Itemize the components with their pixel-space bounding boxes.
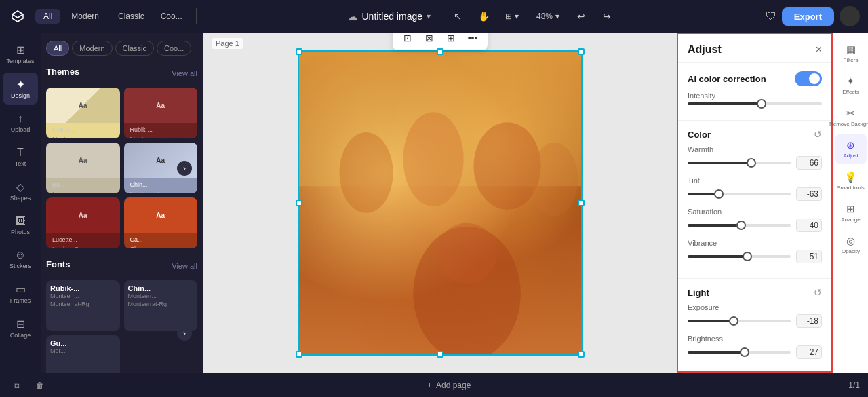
handle-bottom-left[interactable] bbox=[296, 351, 302, 358]
title-chevron-icon[interactable]: ▾ bbox=[427, 12, 431, 21]
mini-sidebar-adjust[interactable]: ⊛ Adjust bbox=[835, 134, 867, 164]
panel-tab-modern[interactable]: Modern bbox=[72, 41, 112, 56]
vibrance-value[interactable]: 51 bbox=[796, 250, 822, 263]
handle-middle-left[interactable] bbox=[296, 200, 302, 206]
mini-sidebar-opacity[interactable]: ◎ Opacity bbox=[835, 229, 867, 260]
sidebar-item-upload[interactable]: ↑ Upload bbox=[3, 107, 38, 138]
panel-tab-classic[interactable]: Classic bbox=[115, 41, 154, 56]
fonts-view-all[interactable]: View all bbox=[172, 262, 197, 270]
theme-card-3[interactable]: Aa Bo... Ne... bbox=[46, 143, 120, 193]
mini-sidebar-filters[interactable]: ▦ Filters bbox=[835, 38, 867, 69]
saturation-thumb[interactable] bbox=[736, 221, 746, 230]
color-section-header: Color ↺ bbox=[688, 129, 822, 140]
mini-sidebar-arrange[interactable]: ⊞ Arrange bbox=[835, 197, 867, 228]
tab-modern[interactable]: Modern bbox=[63, 9, 107, 24]
sidebar-item-design[interactable]: ✦ Design bbox=[3, 73, 38, 105]
tint-value[interactable]: -63 bbox=[796, 187, 822, 201]
exposure-track[interactable] bbox=[688, 320, 791, 322]
brightness-thumb[interactable] bbox=[740, 347, 749, 357]
sidebar-item-photos[interactable]: 🖼 Photos bbox=[3, 210, 38, 241]
exposure-value[interactable]: -18 bbox=[796, 314, 822, 328]
sidebar-item-collage[interactable]: ⊟ Collage bbox=[3, 312, 38, 344]
add-page-button[interactable]: + Add page bbox=[422, 378, 476, 393]
handle-top-middle[interactable] bbox=[437, 48, 443, 55]
themes-view-all[interactable]: View all bbox=[172, 69, 197, 77]
themes-title: Themes bbox=[46, 67, 79, 77]
theme-card-2[interactable]: Aa Rubik-... Montserr... bbox=[124, 88, 198, 138]
warmth-label: Warmth bbox=[688, 145, 822, 153]
warmth-thumb[interactable] bbox=[747, 158, 756, 168]
mini-sidebar-effects[interactable]: ✦ Effects bbox=[835, 70, 867, 100]
saturation-track[interactable] bbox=[688, 224, 791, 227]
export-button[interactable]: Export bbox=[782, 7, 834, 26]
handle-top-left[interactable] bbox=[296, 48, 302, 55]
font-card-2[interactable]: Chin... Montserr... Montserrat-Rg bbox=[124, 280, 198, 331]
color-reset-button[interactable]: ↺ bbox=[814, 129, 822, 140]
collage-icon: ⊟ bbox=[16, 318, 25, 330]
add-page-plus-icon: + bbox=[427, 381, 432, 390]
intensity-track[interactable] bbox=[688, 102, 822, 105]
brightness-value[interactable]: 27 bbox=[796, 345, 822, 359]
brightness-track[interactable] bbox=[688, 351, 791, 354]
delete-button[interactable]: 🗑 bbox=[31, 378, 50, 393]
hand-tool-button[interactable]: ✋ bbox=[473, 5, 494, 27]
warmth-track[interactable] bbox=[688, 162, 791, 164]
redo-button[interactable]: ↪ bbox=[596, 5, 618, 27]
vibrance-label: Vibrance bbox=[688, 239, 822, 247]
image-container[interactable]: ⊡ ⊠ ⊞ ••• bbox=[298, 50, 583, 356]
canvas-area: Page 1 ⊡ ⊠ ⊞ ••• bbox=[203, 33, 677, 373]
handle-bottom-middle[interactable] bbox=[437, 351, 443, 358]
crop-tool-button[interactable]: ⊡ bbox=[398, 33, 417, 48]
themes-next-button[interactable]: › bbox=[177, 161, 192, 176]
document-title[interactable]: Untitled image bbox=[362, 11, 423, 22]
intensity-label: Intensity bbox=[688, 92, 822, 100]
ai-toggle[interactable] bbox=[795, 71, 822, 86]
warmth-value[interactable]: 66 bbox=[796, 156, 822, 170]
tab-more[interactable]: Coo... bbox=[155, 9, 188, 24]
duplicate-button[interactable]: ⧉ bbox=[8, 378, 25, 393]
sidebar-item-templates[interactable]: ⊞ Templates bbox=[3, 38, 38, 70]
theme-card-5[interactable]: Aa Lucette... Haskey-Se... bbox=[46, 197, 120, 248]
flip-tool-button[interactable]: ⊠ bbox=[420, 33, 439, 48]
sidebar-item-text[interactable]: T Text bbox=[3, 141, 38, 172]
tint-thumb[interactable] bbox=[714, 189, 724, 199]
light-reset-button[interactable]: ↺ bbox=[814, 287, 822, 298]
svg-point-4 bbox=[531, 142, 578, 216]
view-button[interactable]: ⊞ ▾ bbox=[498, 9, 526, 24]
sidebar-item-shapes[interactable]: ◇ Shapes bbox=[3, 175, 38, 207]
handle-top-right[interactable] bbox=[578, 48, 585, 55]
undo-button[interactable]: ↩ bbox=[570, 5, 592, 27]
vibrance-thumb[interactable] bbox=[743, 252, 752, 261]
font-card-3[interactable]: Gu... Mor... bbox=[46, 335, 120, 373]
design-panel: All Modern Classic Coo... Themes View al… bbox=[41, 33, 203, 373]
theme-card-6[interactable]: Aa Ca... Cle... bbox=[124, 197, 198, 248]
select-tool-button[interactable]: ↖ bbox=[447, 5, 469, 27]
mini-sidebar-smart-tools[interactable]: 💡 Smart tools bbox=[835, 166, 867, 196]
zoom-button[interactable]: 48% ▾ bbox=[530, 9, 566, 24]
tint-track[interactable] bbox=[688, 193, 791, 195]
vibrance-track[interactable] bbox=[688, 255, 791, 258]
panel-tab-more[interactable]: Coo... bbox=[157, 41, 191, 56]
duplicate-tool-button[interactable]: ⊞ bbox=[441, 33, 460, 48]
intensity-thumb[interactable] bbox=[757, 99, 766, 109]
tab-classic[interactable]: Classic bbox=[110, 9, 153, 24]
tint-slider-row: Tint -63 bbox=[688, 176, 822, 201]
font-sub2-2: Montserrat-Rg bbox=[128, 301, 194, 307]
theme-card-1[interactable]: Aa Guti-B... Montserr... bbox=[46, 88, 120, 138]
user-avatar[interactable] bbox=[840, 6, 860, 26]
sidebar-item-frames[interactable]: ▭ Frames bbox=[3, 278, 38, 309]
text-icon: T bbox=[17, 147, 24, 159]
sidebar-item-stickers[interactable]: ☺ Stickers bbox=[3, 244, 38, 275]
more-tool-button[interactable]: ••• bbox=[463, 33, 482, 48]
saturation-value[interactable]: 40 bbox=[796, 219, 822, 232]
adjust-close-button[interactable]: × bbox=[816, 43, 822, 56]
panel-tab-all[interactable]: All bbox=[46, 41, 69, 56]
font-card-1[interactable]: Rubik-... Montserr... Montserrat-Rg bbox=[46, 280, 120, 331]
handle-middle-right[interactable] bbox=[578, 200, 585, 206]
exposure-thumb[interactable] bbox=[729, 316, 738, 326]
mini-sidebar-remove-bg[interactable]: ✂ Remove Backgr... bbox=[835, 102, 867, 132]
handle-bottom-right[interactable] bbox=[578, 351, 585, 358]
fonts-next-button[interactable]: › bbox=[177, 326, 192, 341]
main-area: ⊞ Templates ✦ Design ↑ Upload T Text ◇ S… bbox=[0, 33, 868, 373]
tab-all[interactable]: All bbox=[35, 9, 60, 24]
